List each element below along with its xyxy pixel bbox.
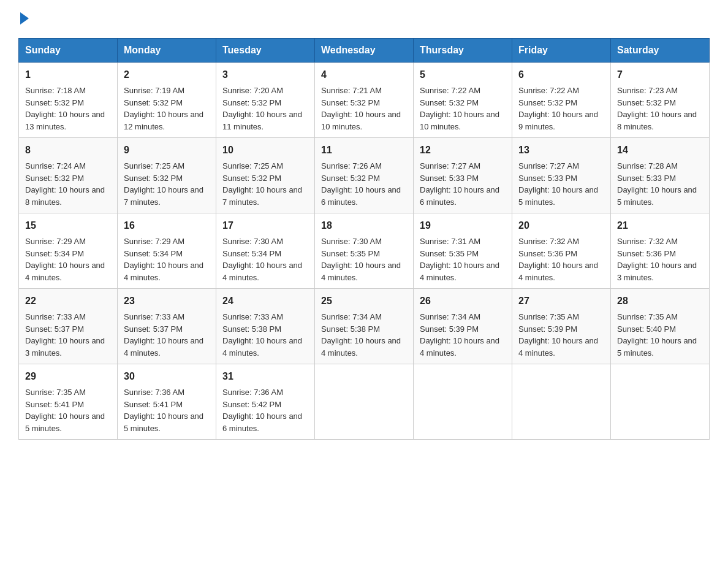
day-number: 7	[617, 67, 703, 82]
sunset-text: Sunset: 5:32 PM	[617, 98, 676, 107]
calendar-week-row: 8Sunrise: 7:24 AMSunset: 5:32 PMDaylight…	[19, 138, 710, 213]
calendar-cell: 27Sunrise: 7:35 AMSunset: 5:39 PMDayligh…	[512, 289, 611, 364]
day-number: 3	[222, 67, 308, 82]
daylight-text: Daylight: 10 hours and 5 minutes.	[124, 412, 203, 433]
day-header-monday: Monday	[118, 39, 216, 63]
calendar-cell: 9Sunrise: 7:25 AMSunset: 5:32 PMDaylight…	[118, 138, 216, 213]
sunrise-text: Sunrise: 7:36 AM	[124, 388, 184, 397]
sunset-text: Sunset: 5:37 PM	[124, 324, 183, 334]
calendar-cell: 22Sunrise: 7:33 AMSunset: 5:37 PMDayligh…	[19, 289, 118, 364]
daylight-text: Daylight: 10 hours and 6 minutes.	[222, 412, 302, 433]
calendar-cell: 24Sunrise: 7:33 AMSunset: 5:38 PMDayligh…	[216, 289, 315, 364]
day-number: 28	[617, 294, 703, 308]
calendar-cell: 7Sunrise: 7:23 AMSunset: 5:32 PMDaylight…	[611, 63, 710, 138]
sunrise-text: Sunrise: 7:22 AM	[420, 86, 480, 95]
sunset-text: Sunset: 5:34 PM	[124, 249, 183, 258]
daylight-text: Daylight: 10 hours and 6 minutes.	[420, 185, 499, 207]
sunrise-text: Sunrise: 7:24 AM	[25, 161, 86, 170]
sunset-text: Sunset: 5:38 PM	[222, 324, 281, 334]
sunrise-text: Sunrise: 7:25 AM	[222, 161, 283, 170]
sunset-text: Sunset: 5:32 PM	[124, 98, 183, 107]
sunrise-text: Sunrise: 7:33 AM	[124, 312, 184, 321]
day-number: 15	[25, 218, 111, 233]
calendar-cell	[414, 364, 512, 440]
day-header-tuesday: Tuesday	[216, 39, 315, 63]
calendar-cell: 11Sunrise: 7:26 AMSunset: 5:32 PMDayligh…	[315, 138, 414, 213]
daylight-text: Daylight: 10 hours and 5 minutes.	[25, 412, 105, 433]
day-number: 13	[518, 143, 604, 158]
calendar-cell: 6Sunrise: 7:22 AMSunset: 5:32 PMDaylight…	[512, 63, 611, 138]
day-number: 16	[124, 218, 210, 233]
calendar-cell: 28Sunrise: 7:35 AMSunset: 5:40 PMDayligh…	[611, 289, 710, 364]
day-number: 1	[25, 67, 111, 82]
sunset-text: Sunset: 5:34 PM	[222, 249, 281, 258]
day-number: 19	[420, 218, 506, 233]
calendar-cell: 26Sunrise: 7:34 AMSunset: 5:39 PMDayligh…	[414, 289, 512, 364]
calendar-cell: 10Sunrise: 7:25 AMSunset: 5:32 PMDayligh…	[216, 138, 315, 213]
sunrise-text: Sunrise: 7:23 AM	[617, 86, 678, 95]
daylight-text: Daylight: 10 hours and 8 minutes.	[25, 185, 105, 207]
day-number: 20	[518, 218, 604, 233]
day-number: 26	[420, 294, 506, 308]
calendar-header-row: SundayMondayTuesdayWednesdayThursdayFrid…	[19, 39, 710, 63]
daylight-text: Daylight: 10 hours and 4 minutes.	[420, 261, 499, 282]
daylight-text: Daylight: 10 hours and 4 minutes.	[25, 261, 105, 282]
day-number: 5	[420, 67, 506, 82]
calendar-cell: 18Sunrise: 7:30 AMSunset: 5:35 PMDayligh…	[315, 213, 414, 289]
day-number: 8	[25, 143, 111, 158]
day-header-sunday: Sunday	[19, 39, 118, 63]
day-header-thursday: Thursday	[414, 39, 512, 63]
sunrise-text: Sunrise: 7:31 AM	[420, 237, 480, 246]
daylight-text: Daylight: 10 hours and 3 minutes.	[617, 261, 697, 282]
sunset-text: Sunset: 5:32 PM	[321, 174, 380, 183]
calendar-cell: 25Sunrise: 7:34 AMSunset: 5:38 PMDayligh…	[315, 289, 414, 364]
daylight-text: Daylight: 10 hours and 3 minutes.	[25, 336, 105, 358]
daylight-text: Daylight: 10 hours and 6 minutes.	[321, 185, 401, 207]
daylight-text: Daylight: 10 hours and 11 minutes.	[222, 110, 302, 131]
day-number: 21	[617, 218, 703, 233]
page-header	[18, 12, 710, 26]
calendar-cell: 5Sunrise: 7:22 AMSunset: 5:32 PMDaylight…	[414, 63, 512, 138]
sunset-text: Sunset: 5:41 PM	[25, 400, 84, 409]
sunset-text: Sunset: 5:35 PM	[321, 249, 380, 258]
sunset-text: Sunset: 5:42 PM	[222, 400, 281, 409]
sunset-text: Sunset: 5:32 PM	[420, 98, 479, 107]
day-header-saturday: Saturday	[611, 39, 710, 63]
calendar-cell: 15Sunrise: 7:29 AMSunset: 5:34 PMDayligh…	[19, 213, 118, 289]
day-number: 27	[518, 294, 604, 308]
calendar-cell: 30Sunrise: 7:36 AMSunset: 5:41 PMDayligh…	[118, 364, 216, 440]
calendar-cell: 16Sunrise: 7:29 AMSunset: 5:34 PMDayligh…	[118, 213, 216, 289]
calendar-cell	[512, 364, 611, 440]
day-number: 17	[222, 218, 308, 233]
sunset-text: Sunset: 5:33 PM	[518, 174, 577, 183]
sunset-text: Sunset: 5:39 PM	[420, 324, 479, 334]
sunset-text: Sunset: 5:32 PM	[124, 174, 183, 183]
calendar-cell: 29Sunrise: 7:35 AMSunset: 5:41 PMDayligh…	[19, 364, 118, 440]
calendar-cell: 3Sunrise: 7:20 AMSunset: 5:32 PMDaylight…	[216, 63, 315, 138]
daylight-text: Daylight: 10 hours and 4 minutes.	[124, 261, 203, 282]
daylight-text: Daylight: 10 hours and 4 minutes.	[124, 336, 203, 358]
calendar-cell	[315, 364, 414, 440]
daylight-text: Daylight: 10 hours and 4 minutes.	[222, 261, 302, 282]
logo	[18, 12, 29, 26]
day-number: 29	[25, 369, 111, 384]
calendar-cell: 19Sunrise: 7:31 AMSunset: 5:35 PMDayligh…	[414, 213, 512, 289]
calendar-cell: 17Sunrise: 7:30 AMSunset: 5:34 PMDayligh…	[216, 213, 315, 289]
daylight-text: Daylight: 10 hours and 4 minutes.	[518, 336, 598, 358]
sunset-text: Sunset: 5:33 PM	[617, 174, 676, 183]
day-number: 2	[124, 67, 210, 82]
calendar-week-row: 29Sunrise: 7:35 AMSunset: 5:41 PMDayligh…	[19, 364, 710, 440]
sunrise-text: Sunrise: 7:30 AM	[321, 237, 382, 246]
sunset-text: Sunset: 5:34 PM	[25, 249, 84, 258]
sunset-text: Sunset: 5:37 PM	[25, 324, 84, 334]
sunrise-text: Sunrise: 7:21 AM	[321, 86, 382, 95]
calendar-cell: 13Sunrise: 7:27 AMSunset: 5:33 PMDayligh…	[512, 138, 611, 213]
day-number: 25	[321, 294, 407, 308]
sunset-text: Sunset: 5:32 PM	[518, 98, 577, 107]
day-header-wednesday: Wednesday	[315, 39, 414, 63]
day-number: 12	[420, 143, 506, 158]
daylight-text: Daylight: 10 hours and 4 minutes.	[321, 261, 401, 282]
day-number: 30	[124, 369, 210, 384]
calendar-table: SundayMondayTuesdayWednesdayThursdayFrid…	[18, 38, 710, 440]
sunrise-text: Sunrise: 7:28 AM	[617, 161, 678, 170]
